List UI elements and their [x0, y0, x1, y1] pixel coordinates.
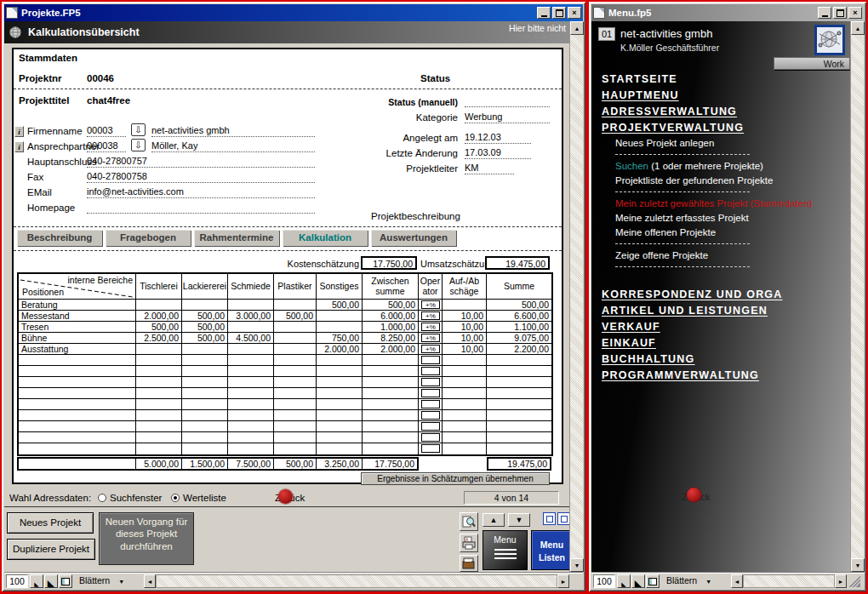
- table-cell[interactable]: 1.100,00: [487, 322, 551, 333]
- zurueck-button[interactable]: [278, 489, 293, 504]
- menu-item-zeige-offene-projekte[interactable]: Zeige offene Projekte: [615, 250, 847, 260]
- table-cell[interactable]: [274, 355, 317, 366]
- table-cell[interactable]: [443, 388, 487, 399]
- table-cell[interactable]: 500,00: [274, 311, 317, 322]
- homepage-field[interactable]: [87, 202, 315, 214]
- table-cell[interactable]: [136, 443, 182, 454]
- table-cell[interactable]: [228, 355, 274, 366]
- table-cell[interactable]: [363, 355, 419, 366]
- table-cell[interactable]: [182, 366, 228, 377]
- table-cell[interactable]: [317, 322, 363, 333]
- umsatzschaetzung-value[interactable]: 19.475,00: [485, 256, 550, 270]
- vertical-scrollbar[interactable]: ▲ ▼: [569, 21, 583, 572]
- table-cell[interactable]: [228, 443, 274, 454]
- table-cell[interactable]: [274, 344, 317, 355]
- table-cell[interactable]: [419, 410, 443, 421]
- table-cell[interactable]: [443, 355, 487, 366]
- tab-fragebogen[interactable]: Fragebogen: [106, 230, 191, 246]
- table-cell[interactable]: [317, 377, 363, 388]
- table-cell[interactable]: [363, 410, 419, 421]
- table-cell[interactable]: [182, 300, 228, 311]
- info-ansprechpartner-button[interactable]: i: [14, 141, 24, 152]
- table-cell[interactable]: [443, 410, 487, 421]
- table-cell[interactable]: [136, 421, 182, 432]
- table-cell[interactable]: 2.000,00: [317, 344, 363, 355]
- mode-popup[interactable]: Blättern▼: [76, 574, 142, 588]
- table-cell[interactable]: [487, 366, 551, 377]
- table-cell[interactable]: [228, 344, 274, 355]
- table-cell[interactable]: [136, 300, 182, 311]
- table-cell[interactable]: [487, 355, 551, 366]
- projektleiter-field[interactable]: KM: [465, 163, 514, 174]
- menu-link-buchhaltung[interactable]: BUCHHALTUNG: [602, 353, 847, 365]
- ansprechpartner-nr-field[interactable]: 000038: [87, 140, 126, 152]
- table-cell[interactable]: [136, 410, 182, 421]
- menu-listen-button[interactable]: Menu Listen: [531, 530, 573, 570]
- table-cell[interactable]: [274, 322, 317, 333]
- close-button[interactable]: ×: [568, 7, 581, 19]
- table-cell[interactable]: 10,00: [443, 311, 487, 322]
- hauptanschluss-field[interactable]: 040-27800757: [87, 156, 315, 168]
- table-cell[interactable]: [136, 355, 182, 366]
- neues-projekt-button[interactable]: Neues Projekt: [7, 512, 94, 534]
- table-cell[interactable]: [182, 399, 228, 410]
- close-button[interactable]: ×: [848, 7, 862, 19]
- work-icon-button[interactable]: [814, 25, 845, 55]
- table-cell[interactable]: [136, 344, 182, 355]
- neuer-vorgang-button[interactable]: Neuen Vorgang für dieses Projekt durchfü…: [99, 512, 194, 565]
- operator-box[interactable]: [421, 378, 440, 386]
- table-cell[interactable]: [363, 388, 419, 399]
- table-cell[interactable]: 10,00: [443, 333, 487, 344]
- table-cell[interactable]: Ausstattung: [19, 344, 136, 355]
- table-cell[interactable]: [274, 443, 317, 454]
- zoom-out-button[interactable]: ◣: [617, 574, 631, 588]
- table-cell[interactable]: [419, 421, 443, 432]
- table-cell[interactable]: [274, 333, 317, 344]
- table-cell[interactable]: [136, 388, 182, 399]
- table-cell[interactable]: [443, 443, 487, 454]
- next-record-button[interactable]: ▼: [508, 513, 530, 527]
- table-cell[interactable]: [228, 377, 274, 388]
- radio-werteliste[interactable]: [171, 494, 180, 502]
- mode-popup[interactable]: Blättern▼: [663, 574, 729, 588]
- table-cell[interactable]: 500,00: [182, 333, 228, 344]
- table-cell[interactable]: [487, 432, 551, 443]
- menu-item-meine-offenen-projekte[interactable]: Meine offenen Projekte: [615, 227, 847, 237]
- firmenname-dropdown-button[interactable]: ⇩: [131, 123, 146, 136]
- hscroll-left-button[interactable]: ◄: [731, 574, 743, 588]
- table-cell[interactable]: [419, 432, 443, 443]
- table-cell[interactable]: [274, 300, 317, 311]
- menu-link-startseite[interactable]: STARTSEITE: [602, 73, 847, 85]
- table-cell[interactable]: 2.000,00: [136, 311, 182, 322]
- table-cell[interactable]: [274, 421, 317, 432]
- table-cell[interactable]: 8.250,00: [363, 333, 419, 344]
- table-cell[interactable]: [419, 377, 443, 388]
- vertical-scrollbar[interactable]: ▲ ▼: [850, 21, 864, 572]
- table-cell[interactable]: +%: [419, 300, 443, 311]
- table-cell[interactable]: Bühne: [19, 333, 136, 344]
- table-cell[interactable]: [487, 399, 551, 410]
- table-cell[interactable]: Tresen: [19, 322, 136, 333]
- aenderung-field[interactable]: 17.03.09: [465, 147, 531, 159]
- firmenname-field[interactable]: net-activities gmbh: [151, 125, 315, 137]
- table-cell[interactable]: 10,00: [443, 344, 487, 355]
- table-cell[interactable]: 500,00: [487, 300, 551, 311]
- table-cell[interactable]: [419, 443, 443, 454]
- table-cell[interactable]: [182, 344, 228, 355]
- table-cell[interactable]: [182, 443, 228, 454]
- table-cell[interactable]: 6.600,00: [487, 311, 551, 322]
- menu-item-projektliste-der-gefundenen-projekte[interactable]: Projektliste der gefundenen Projekte: [615, 175, 847, 186]
- operator-box[interactable]: +%: [421, 345, 440, 353]
- table-cell[interactable]: 3.000,00: [228, 311, 274, 322]
- minimize-button[interactable]: [818, 7, 831, 19]
- operator-box[interactable]: +%: [421, 311, 440, 320]
- tab-rahmentermine[interactable]: Rahmentermine: [194, 230, 279, 246]
- table-cell[interactable]: [443, 377, 487, 388]
- work-tab[interactable]: Work: [774, 57, 850, 70]
- table-cell[interactable]: [274, 399, 317, 410]
- table-cell[interactable]: [363, 421, 419, 432]
- table-cell[interactable]: [419, 355, 443, 366]
- table-cell[interactable]: [274, 377, 317, 388]
- table-cell[interactable]: [317, 432, 363, 443]
- table-cell[interactable]: 6.000,00: [363, 311, 419, 322]
